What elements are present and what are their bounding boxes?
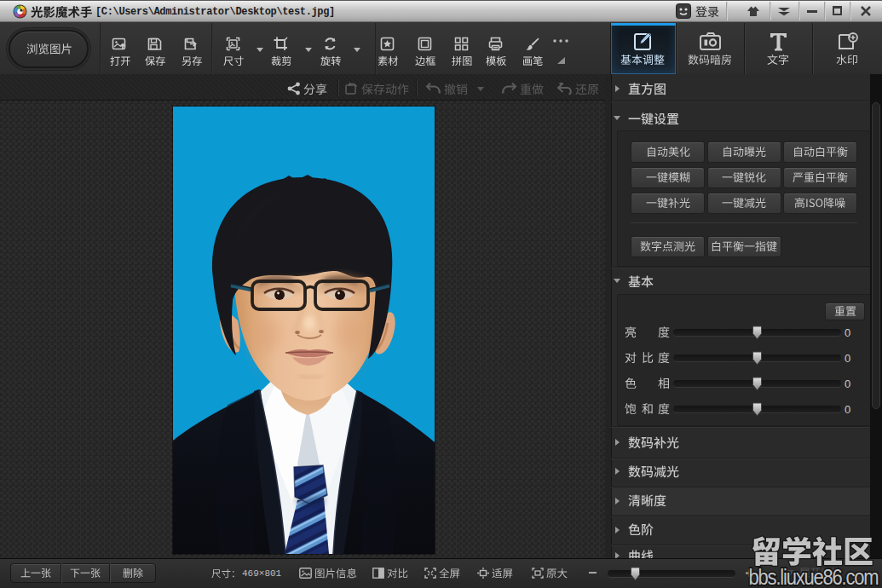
svg-text:bbs.liuxue86.com: bbs.liuxue86.com — [749, 564, 879, 588]
